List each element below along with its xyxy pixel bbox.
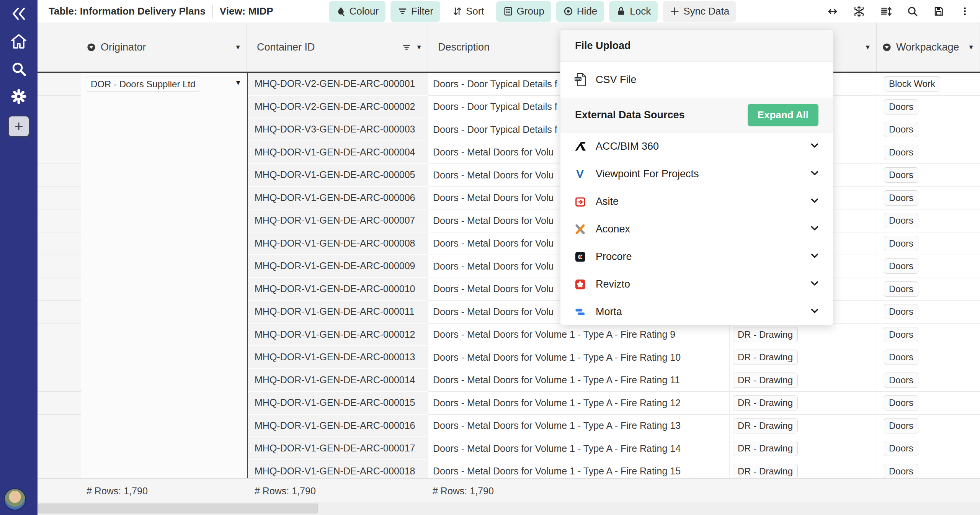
- source-item-revizto[interactable]: Revizto: [560, 270, 833, 298]
- column-header-workpackage[interactable]: Workpackage▼: [877, 23, 980, 72]
- cell-gutter[interactable]: [38, 187, 81, 210]
- cell-originator[interactable]: [81, 209, 247, 232]
- cell-originator[interactable]: [81, 141, 247, 164]
- cell-workpackage[interactable]: Doors: [877, 118, 980, 141]
- cell-gutter[interactable]: [38, 96, 81, 119]
- cell-container-id[interactable]: MHQ-DOR-V1-GEN-DE-ARC-000010: [247, 278, 428, 301]
- cell-workpackage[interactable]: Doors: [877, 209, 980, 232]
- sort-button[interactable]: Sort: [445, 1, 491, 22]
- cell-type[interactable]: DR - Drawing: [729, 346, 877, 369]
- cell-gutter[interactable]: [38, 460, 81, 479]
- cell-container-id[interactable]: MHQ-DOR-V1-GEN-DE-ARC-000012: [247, 324, 428, 347]
- column-menu-caret-icon[interactable]: ▼: [416, 44, 422, 51]
- cell-container-id[interactable]: MHQ-DOR-V1-GEN-DE-ARC-000014: [247, 369, 428, 392]
- more-menu-button[interactable]: [960, 6, 970, 16]
- cell-container-id[interactable]: MHQ-DOR-V1-GEN-DE-ARC-000016: [247, 415, 428, 438]
- row-height-button[interactable]: [880, 6, 892, 17]
- home-button[interactable]: [0, 28, 38, 55]
- cell-workpackage[interactable]: Doors: [877, 187, 980, 210]
- freeze-button[interactable]: [853, 6, 865, 17]
- cell-gutter[interactable]: [38, 346, 81, 369]
- cell-originator[interactable]: [81, 164, 247, 187]
- cell-workpackage[interactable]: Doors: [877, 96, 980, 119]
- cell-workpackage[interactable]: Doors: [877, 278, 980, 301]
- cell-type[interactable]: DR - Drawing: [729, 324, 877, 347]
- cell-originator[interactable]: [81, 392, 247, 415]
- cell-description[interactable]: Doors - Metal Doors for Volume 1 - Type …: [428, 460, 729, 479]
- cell-gutter[interactable]: [38, 209, 81, 232]
- cell-description[interactable]: Doors - Metal Doors for Volume 1 - Type …: [428, 324, 729, 347]
- group-button[interactable]: Group: [496, 1, 551, 22]
- cell-originator[interactable]: [81, 232, 247, 255]
- save-button[interactable]: [933, 6, 944, 17]
- cell-gutter[interactable]: [38, 255, 81, 278]
- column-header-originator[interactable]: Originator▼: [81, 23, 247, 72]
- cell-gutter[interactable]: [38, 141, 81, 164]
- cell-container-id[interactable]: MHQ-DOR-V1-GEN-DE-ARC-000015: [247, 392, 428, 415]
- cell-type[interactable]: DR - Drawing: [729, 437, 877, 460]
- cell-workpackage[interactable]: Doors: [877, 232, 980, 255]
- cell-container-id[interactable]: MHQ-DOR-V2-GEN-DE-ARC-000002: [247, 96, 428, 119]
- cell-container-id[interactable]: MHQ-DOR-V2-GEN-DE-ARC-000001: [247, 73, 428, 96]
- cell-gutter[interactable]: [38, 369, 81, 392]
- cell-originator[interactable]: [81, 96, 247, 119]
- chevron-down-icon[interactable]: [809, 140, 820, 152]
- cell-workpackage[interactable]: Doors: [877, 141, 980, 164]
- cell-originator[interactable]: [81, 460, 247, 479]
- chevron-down-icon[interactable]: [809, 168, 820, 180]
- cell-type[interactable]: DR - Drawing: [729, 369, 877, 392]
- cell-gutter[interactable]: [38, 232, 81, 255]
- column-menu-caret-icon[interactable]: ▼: [235, 44, 241, 51]
- sync-data-button[interactable]: Sync Data: [663, 1, 736, 22]
- cell-container-id[interactable]: MHQ-DOR-V1-GEN-DE-ARC-000017: [247, 437, 428, 460]
- filter-button[interactable]: Filter: [390, 1, 440, 22]
- cell-type[interactable]: DR - Drawing: [729, 392, 877, 415]
- cell-container-id[interactable]: MHQ-DOR-V3-GEN-DE-ARC-000003: [247, 118, 428, 141]
- cell-originator[interactable]: [81, 346, 247, 369]
- cell-workpackage[interactable]: Doors: [877, 324, 980, 347]
- cell-description[interactable]: Doors - Metal Doors for Volume 1 - Type …: [428, 415, 729, 438]
- cell-workpackage[interactable]: Doors: [877, 301, 980, 324]
- chevron-down-icon[interactable]: [809, 306, 820, 318]
- column-header-container[interactable]: Container ID▼: [247, 23, 428, 72]
- cell-originator[interactable]: [81, 437, 247, 460]
- collapse-sidebar-button[interactable]: [0, 0, 38, 28]
- horizontal-scrollbar-track[interactable]: [38, 502, 980, 515]
- cell-workpackage[interactable]: Block Work: [877, 73, 980, 96]
- cell-workpackage[interactable]: Doors: [877, 460, 980, 479]
- cell-gutter[interactable]: [38, 415, 81, 438]
- source-item-viewpoint-for-projects[interactable]: VViewpoint For Projects: [560, 160, 833, 188]
- cell-workpackage[interactable]: Doors: [877, 437, 980, 460]
- cell-originator[interactable]: [81, 118, 247, 141]
- cell-workpackage[interactable]: Doors: [877, 255, 980, 278]
- search-button[interactable]: [907, 6, 918, 17]
- cell-type[interactable]: DR - Drawing: [729, 460, 877, 479]
- settings-button[interactable]: [0, 83, 38, 110]
- horizontal-scrollbar-thumb[interactable]: [38, 504, 318, 513]
- cell-description[interactable]: Doors - Metal Doors for Volume 1 - Type …: [428, 392, 729, 415]
- cell-container-id[interactable]: MHQ-DOR-V1-GEN-DE-ARC-000009: [247, 255, 428, 278]
- column-menu-caret-icon[interactable]: ▼: [968, 44, 974, 51]
- cell-gutter[interactable]: [38, 324, 81, 347]
- cell-workpackage[interactable]: Doors: [877, 164, 980, 187]
- cell-gutter[interactable]: [38, 164, 81, 187]
- cell-container-id[interactable]: MHQ-DOR-V1-GEN-DE-ARC-000006: [247, 187, 428, 210]
- search-nav-button[interactable]: [0, 55, 38, 83]
- cell-workpackage[interactable]: Doors: [877, 415, 980, 438]
- cell-description[interactable]: Doors - Metal Doors for Volume 1 - Type …: [428, 346, 729, 369]
- cell-description[interactable]: Doors - Metal Doors for Volume 1 - Type …: [428, 437, 729, 460]
- cell-gutter[interactable]: [38, 73, 81, 96]
- originator-cell-caret-icon[interactable]: ▼: [235, 79, 242, 87]
- cell-container-id[interactable]: MHQ-DOR-V1-GEN-DE-ARC-000013: [247, 346, 428, 369]
- cell-originator[interactable]: [81, 187, 247, 210]
- cell-originator[interactable]: [81, 278, 247, 301]
- cell-gutter[interactable]: [38, 118, 81, 141]
- cell-gutter[interactable]: [38, 437, 81, 460]
- cell-gutter[interactable]: [38, 392, 81, 415]
- cell-type[interactable]: DR - Drawing: [729, 415, 877, 438]
- cell-originator[interactable]: [81, 415, 247, 438]
- cell-container-id[interactable]: MHQ-DOR-V1-GEN-DE-ARC-000005: [247, 164, 428, 187]
- cell-container-id[interactable]: MHQ-DOR-V1-GEN-DE-ARC-000004: [247, 141, 428, 164]
- cell-container-id[interactable]: MHQ-DOR-V1-GEN-DE-ARC-000011: [247, 301, 428, 324]
- source-item-morta[interactable]: Morta: [560, 298, 833, 325]
